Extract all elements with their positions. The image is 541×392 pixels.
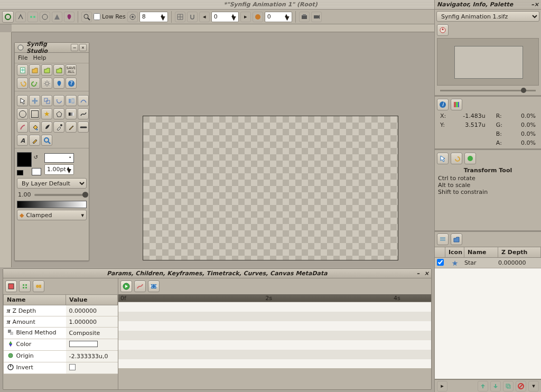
- opacity-slider[interactable]: [34, 194, 86, 196]
- layers-empty[interactable]: [435, 268, 541, 379]
- text-tool[interactable]: A: [17, 135, 28, 146]
- new-file-button[interactable]: +: [17, 64, 28, 76]
- curves-tab-icon[interactable]: [134, 281, 146, 292]
- close-button[interactable]: ×: [79, 44, 87, 51]
- param-value[interactable]: 1.000000: [66, 316, 118, 328]
- gradient-mode-select[interactable]: ◆Clamped▾: [17, 210, 87, 220]
- save-button[interactable]: [41, 64, 52, 76]
- bottom-tabs[interactable]: Params, Children, Keyframes, Timetrack, …: [3, 269, 431, 278]
- onion-skin-icon[interactable]: [64, 12, 74, 22]
- canvas[interactable]: [143, 116, 398, 260]
- eyedrop-tool[interactable]: [53, 122, 64, 133]
- info-tab-icon[interactable]: i: [437, 99, 449, 110]
- gradient-tool[interactable]: [66, 108, 77, 119]
- scale-tool[interactable]: [41, 95, 52, 106]
- brush-tool[interactable]: [41, 122, 52, 133]
- keyframe-icon[interactable]: [253, 12, 263, 22]
- quality-icon[interactable]: [127, 12, 138, 22]
- param-name[interactable]: πZ Depth: [4, 305, 66, 316]
- toolbox-title[interactable]: Synfig Studio – ×: [15, 43, 89, 53]
- tool-icon-2[interactable]: [27, 12, 38, 22]
- layer-visible-checkbox[interactable]: [437, 259, 444, 266]
- dock-min-icon[interactable]: –: [417, 270, 420, 277]
- delete-layer-icon[interactable]: [516, 381, 526, 391]
- gradient-bar[interactable]: [17, 201, 87, 208]
- lowres-checkbox[interactable]: [94, 13, 100, 20]
- snap-icon[interactable]: [187, 12, 198, 22]
- next-frame-icon[interactable]: ▸: [240, 12, 251, 22]
- tool-cursor-icon[interactable]: [437, 153, 449, 164]
- keyframes-tab-icon[interactable]: [33, 281, 44, 292]
- open-file-button[interactable]: [29, 64, 40, 76]
- param-name[interactable]: πAmount: [4, 316, 66, 328]
- param-name[interactable]: Blend Method: [4, 328, 66, 339]
- dock-close-icon[interactable]: ×: [424, 270, 429, 277]
- circle-tool[interactable]: [17, 108, 28, 119]
- layer-row[interactable]: ★ Star 0.000000: [435, 258, 541, 268]
- param-value[interactable]: [66, 362, 118, 374]
- menu-file[interactable]: File: [18, 54, 27, 61]
- tool-icon-3[interactable]: [40, 12, 50, 22]
- param-name[interactable]: Origin: [4, 351, 66, 362]
- save-as-button[interactable]: [53, 64, 64, 76]
- timetrack-body[interactable]: [118, 302, 431, 368]
- help-button[interactable]: ?: [66, 78, 77, 89]
- tool-undo-icon[interactable]: [451, 153, 462, 164]
- quality-input[interactable]: 8▲▼: [139, 12, 168, 22]
- spline-tool[interactable]: [78, 108, 89, 119]
- params-tab-icon[interactable]: [5, 281, 17, 292]
- menu-help[interactable]: Help: [33, 54, 46, 61]
- timetrack-header[interactable]: 0f 2s 4s: [118, 294, 431, 302]
- timetrack-tab-icon[interactable]: [120, 281, 132, 292]
- right-header[interactable]: Navigator, Info, Palette–×: [435, 0, 541, 10]
- param-value[interactable]: Composite: [66, 328, 118, 339]
- lower-layer-icon[interactable]: [490, 381, 501, 391]
- width-tool[interactable]: [78, 122, 89, 133]
- param-value[interactable]: 0.000000: [66, 305, 118, 316]
- gradient-preview[interactable]: •: [44, 153, 74, 163]
- fill-tool[interactable]: [29, 122, 40, 133]
- palette-tab-icon[interactable]: [451, 99, 462, 110]
- tool-apply-icon[interactable]: [464, 153, 476, 164]
- rotate-tool[interactable]: [53, 95, 64, 106]
- layers-expand-icon[interactable]: ▸: [437, 381, 447, 391]
- transform-tool[interactable]: [17, 95, 28, 106]
- blend-mode-select[interactable]: By Layer Default: [17, 178, 87, 189]
- param-name[interactable]: Color: [4, 339, 66, 351]
- param-name[interactable]: Invert: [4, 362, 66, 374]
- zoom-tool[interactable]: [41, 135, 52, 146]
- raise-layer-icon[interactable]: [478, 381, 488, 391]
- smooth-move-tool[interactable]: [78, 95, 89, 106]
- frame-input-2[interactable]: 0▲▼: [265, 12, 292, 22]
- children-tab-icon[interactable]: [19, 281, 31, 292]
- star-tool[interactable]: ★: [41, 108, 52, 119]
- mirror-tool[interactable]: [66, 95, 77, 106]
- metadata-tab-icon[interactable]: <>: [148, 281, 160, 292]
- zoom-slider[interactable]: [435, 87, 541, 94]
- render-icon[interactable]: [299, 12, 310, 22]
- right-close-icon[interactable]: ×: [534, 1, 539, 8]
- tool-icon-1[interactable]: [15, 12, 26, 22]
- param-value[interactable]: -2.333333u,0: [66, 351, 118, 362]
- minimize-button[interactable]: –: [71, 44, 78, 51]
- frame-input[interactable]: 0▲▼: [211, 12, 239, 22]
- grid-toggle-icon[interactable]: [175, 12, 185, 22]
- navigator-preview[interactable]: [437, 38, 539, 86]
- tool-icon-4[interactable]: [52, 12, 62, 22]
- undo-button[interactable]: [17, 78, 28, 89]
- layer-menu-icon[interactable]: ▾: [528, 381, 539, 391]
- settings-button[interactable]: [41, 78, 52, 89]
- zoom-icon[interactable]: [81, 12, 92, 22]
- redo-button[interactable]: [29, 78, 40, 89]
- pencil-tool[interactable]: [29, 135, 40, 146]
- move-tool[interactable]: [29, 95, 40, 106]
- canvas-browser-icon[interactable]: [451, 234, 462, 245]
- sketch-tool[interactable]: [66, 122, 77, 133]
- draw-tool[interactable]: [17, 122, 28, 133]
- duplicate-layer-icon[interactable]: [503, 381, 514, 391]
- polygon-tool[interactable]: [53, 108, 64, 119]
- preview-icon[interactable]: [311, 12, 322, 22]
- layers-tab-icon[interactable]: [437, 234, 449, 245]
- prev-frame-icon[interactable]: ◂: [199, 12, 210, 22]
- render-button[interactable]: [53, 78, 64, 89]
